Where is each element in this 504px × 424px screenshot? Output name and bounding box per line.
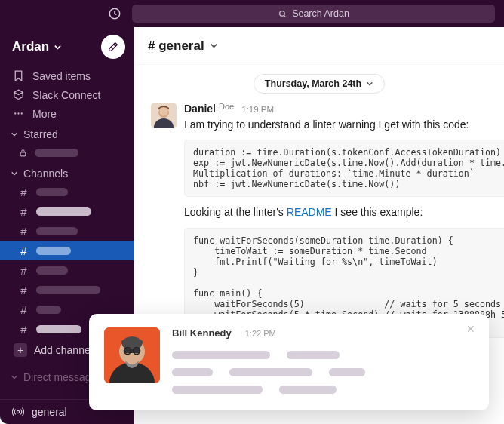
svg-point-4 <box>21 112 23 114</box>
lock-icon <box>18 148 28 158</box>
avatar[interactable] <box>151 103 177 128</box>
plus-icon: + <box>14 343 27 357</box>
avatar[interactable] <box>104 327 160 383</box>
popup-user[interactable]: Bill Kennedy <box>172 327 232 339</box>
section-channels[interactable]: Channels <box>0 162 134 182</box>
channel-header[interactable]: # general <box>134 27 504 65</box>
date-divider[interactable]: Thursday, March 24th <box>254 74 385 94</box>
svg-rect-14 <box>124 349 140 353</box>
popup-time: 1:22 PM <box>245 329 276 338</box>
caret-down-icon <box>11 131 18 138</box>
nav-slack-connect[interactable]: Slack Connect <box>0 85 134 104</box>
caret-down-icon <box>11 170 18 177</box>
close-icon[interactable]: ✕ <box>466 323 475 335</box>
compose-button[interactable] <box>101 35 125 59</box>
compose-icon <box>107 41 119 53</box>
search-input[interactable]: Search Ardan <box>132 5 495 23</box>
svg-point-1 <box>280 11 285 15</box>
message-time: 1:19 PM <box>241 105 274 114</box>
starred-item[interactable] <box>0 143 134 162</box>
svg-point-2 <box>14 112 16 114</box>
chevron-down-icon <box>54 43 62 51</box>
code-block: duration := time.Duration(s.tokenConf.Ac… <box>184 140 504 197</box>
channel-item-active[interactable]: # <box>0 241 134 260</box>
caret-down-icon <box>11 373 18 381</box>
topbar: Search Ardan <box>0 0 504 27</box>
channel-item[interactable]: # <box>0 221 134 241</box>
channel-item[interactable]: # <box>0 280 134 300</box>
chevron-down-icon <box>210 41 218 50</box>
svg-point-6 <box>17 410 19 413</box>
more-icon <box>12 107 25 120</box>
section-starred[interactable]: Starred <box>0 123 134 143</box>
bookmark-icon <box>12 69 25 82</box>
search-placeholder: Search Ardan <box>292 8 349 19</box>
svg-rect-5 <box>20 152 26 155</box>
message-user[interactable]: Daniel <box>184 103 216 115</box>
svg-point-10 <box>160 108 168 116</box>
nav-more[interactable]: More <box>0 104 134 123</box>
message-text: I am trying to understand a linter warni… <box>184 117 504 132</box>
channel-item[interactable]: # <box>0 260 134 280</box>
channel-item[interactable]: # <box>0 182 134 201</box>
svg-point-3 <box>17 112 19 114</box>
broadcast-icon <box>12 406 24 418</box>
workspace-switcher[interactable]: Ardan <box>12 39 62 54</box>
message-text: Looking at the linter's README I see thi… <box>184 204 504 220</box>
message-user-last: Doe <box>219 102 234 111</box>
nav-saved-items[interactable]: Saved items <box>0 66 134 85</box>
message-popup: ✕ Bill Kennedy 1:22 PM <box>89 314 489 410</box>
channel-item[interactable]: # <box>0 201 134 221</box>
connect-icon <box>12 88 25 101</box>
search-icon <box>278 9 287 19</box>
history-icon[interactable] <box>108 7 121 20</box>
chevron-down-icon <box>366 80 373 88</box>
readme-link[interactable]: README <box>287 206 332 218</box>
